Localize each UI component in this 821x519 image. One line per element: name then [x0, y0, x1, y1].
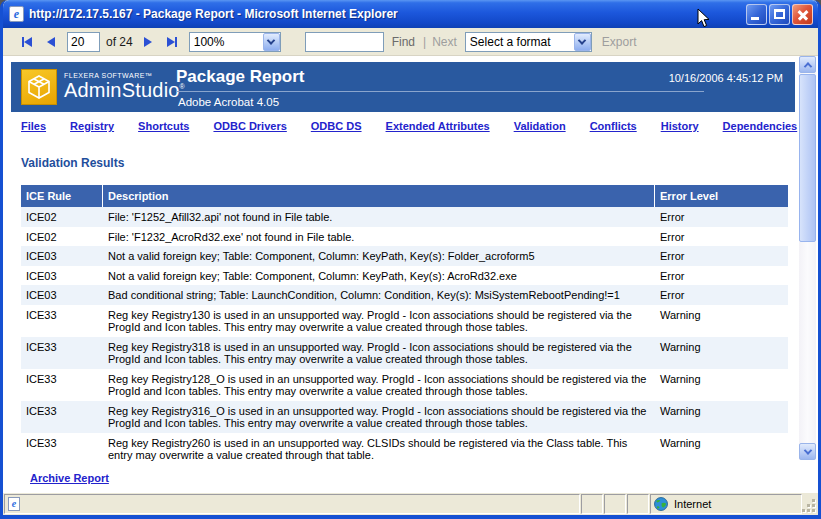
last-page-icon [167, 37, 175, 47]
next-button[interactable]: Next [432, 35, 457, 49]
table-row: ICE33 Reg key Registry260 is used in an … [21, 433, 788, 465]
banner-divider [176, 91, 704, 92]
nav-link[interactable]: Conflicts [590, 120, 637, 132]
description-cell: Not a valid foreign key; Table: Componen… [103, 266, 655, 286]
description-cell: Reg key Registry316_O is used in an unsu… [103, 401, 655, 433]
ice-rule-cell: ICE02 [21, 227, 103, 247]
previous-page-button[interactable] [44, 33, 58, 51]
table-row: ICE33 Reg key Registry130 is used in an … [21, 305, 788, 337]
format-select[interactable]: Select a format [465, 32, 592, 52]
description-cell: Reg key Registry130 is used in an unsupp… [103, 305, 655, 337]
scroll-up-button[interactable] [799, 56, 816, 73]
find-next-separator: | [423, 35, 426, 49]
table-row: ICE33 Reg key Registry316_O is used in a… [21, 401, 788, 433]
internet-globe-icon [654, 497, 668, 511]
maximize-button[interactable] [769, 4, 790, 25]
nav-link[interactable]: Registry [70, 120, 114, 132]
page-done-icon: e [8, 497, 20, 511]
report-banner: FLEXERA SOFTWARE™ AdminStudio® Package R… [11, 62, 795, 112]
status-panel-3 [627, 494, 649, 514]
zoom-value: 100% [190, 35, 263, 49]
nav-link[interactable]: Shortcuts [138, 120, 189, 132]
ice-rule-cell: ICE33 [21, 401, 103, 433]
archive-report-link[interactable]: Archive Report [30, 472, 109, 484]
chevron-up-icon [803, 62, 811, 70]
brand-flexera: FLEXERA SOFTWARE™ [64, 72, 185, 79]
status-bar: e Internet [3, 492, 818, 515]
status-zone-panel: Internet [650, 494, 802, 514]
report-content: FLEXERA SOFTWARE™ AdminStudio® Package R… [3, 56, 818, 492]
column-header-error-level: Error Level [655, 185, 788, 207]
ice-rule-cell: ICE33 [21, 369, 103, 401]
previous-page-icon [47, 37, 55, 47]
table-row: ICE02 File: 'F1252_Afill32.api' not foun… [21, 207, 788, 227]
package-name: Adobe Acrobat 4.05 [178, 96, 279, 108]
table-row: ICE33 Reg key Registry318 is used in an … [21, 337, 788, 369]
description-cell: Reg key Registry260 is used in an unsupp… [103, 433, 655, 465]
table-row: ICE03 Not a valid foreign key; Table: Co… [21, 246, 788, 266]
ice-rule-cell: ICE03 [21, 246, 103, 266]
ice-rule-cell: ICE03 [21, 285, 103, 305]
chevron-down-icon [803, 446, 811, 454]
nav-link[interactable]: Dependencies [723, 120, 798, 132]
scrollbar-thumb[interactable] [799, 74, 816, 242]
table-row: ICE03 Not a valid foreign key; Table: Co… [21, 266, 788, 286]
nav-link[interactable]: Files [21, 120, 46, 132]
next-page-button[interactable] [141, 33, 155, 51]
description-cell: Reg key Registry128_O is used in an unsu… [103, 369, 655, 401]
status-main-panel: e [4, 494, 580, 514]
export-button[interactable]: Export [602, 35, 637, 49]
window-title: http://172.17.5.167 - Package Report - M… [29, 7, 744, 21]
description-cell: Bad conditional string; Table: LaunchCon… [103, 285, 655, 305]
ice-rule-cell: ICE33 [21, 337, 103, 369]
nav-link[interactable]: ODBC DS [311, 120, 362, 132]
find-button[interactable]: Find [392, 35, 415, 49]
browser-window: e http://172.17.5.167 - Package Report -… [0, 0, 821, 519]
ice-rule-cell: ICE03 [21, 266, 103, 286]
error-level-cell: Warning [655, 305, 788, 337]
minimize-button[interactable] [746, 4, 767, 25]
column-header-description: Description [103, 185, 655, 207]
table-body: ICE02 File: 'F1252_Afill32.api' not foun… [21, 207, 788, 465]
report-title: Package Report [176, 67, 305, 87]
column-header-ice-rule: ICE Rule [21, 185, 103, 207]
ice-rule-cell: ICE02 [21, 207, 103, 227]
internet-explorer-icon: e [9, 6, 24, 22]
error-level-cell: Warning [655, 337, 788, 369]
table-row: ICE33 Reg key Registry128_O is used in a… [21, 369, 788, 401]
close-button[interactable] [792, 4, 813, 25]
minimize-icon [751, 17, 759, 20]
next-page-icon [144, 37, 152, 47]
error-level-cell: Error [655, 227, 788, 247]
page-number-input[interactable] [67, 32, 100, 52]
error-level-cell: Error [655, 246, 788, 266]
section-title: Validation Results [21, 156, 124, 170]
error-level-cell: Error [655, 207, 788, 227]
resize-grip[interactable] [802, 493, 818, 515]
security-zone-label: Internet [674, 498, 711, 510]
error-level-cell: Warning [655, 401, 788, 433]
ice-rule-cell: ICE33 [21, 433, 103, 465]
zoom-select[interactable]: 100% [189, 32, 281, 52]
first-page-button[interactable] [19, 33, 35, 51]
error-level-cell: Warning [655, 433, 788, 465]
validation-table: ICE Rule Description Error Level ICE02 F… [21, 185, 788, 465]
title-bar: e http://172.17.5.167 - Package Report -… [3, 0, 818, 28]
adminstudio-logo: FLEXERA SOFTWARE™ AdminStudio® [21, 69, 185, 105]
report-timestamp: 10/16/2006 4:45:12 PM [669, 72, 783, 84]
nav-link[interactable]: Extended Attributes [386, 120, 490, 132]
vertical-scrollbar[interactable] [799, 56, 816, 460]
format-dropdown-button[interactable] [574, 33, 591, 51]
scroll-down-button[interactable] [799, 443, 816, 460]
first-page-icon [24, 37, 32, 47]
table-row: ICE02 File: 'F1232_AcroRd32.exe' not fou… [21, 227, 788, 247]
description-cell: Reg key Registry318 is used in an unsupp… [103, 337, 655, 369]
brand-adminstudio: AdminStudio® [64, 79, 185, 102]
zoom-dropdown-button[interactable] [263, 33, 280, 51]
nav-link[interactable]: History [661, 120, 699, 132]
nav-link[interactable]: ODBC Drivers [213, 120, 286, 132]
description-cell: Not a valid foreign key; Table: Componen… [103, 246, 655, 266]
nav-link[interactable]: Validation [514, 120, 566, 132]
last-page-button[interactable] [164, 33, 180, 51]
find-input[interactable] [305, 32, 384, 52]
